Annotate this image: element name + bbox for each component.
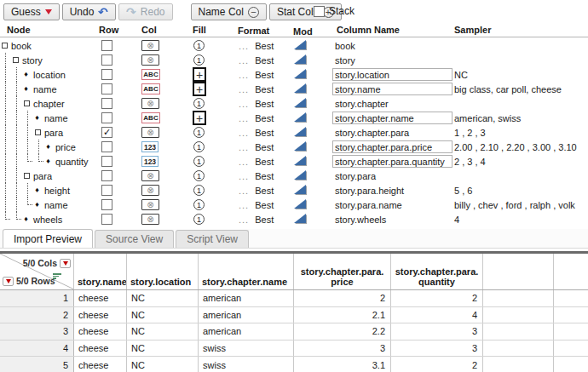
format-options-button[interactable]: ... — [239, 142, 249, 152]
fill-icon[interactable] — [193, 40, 205, 51]
modeling-type-icon[interactable] — [294, 54, 306, 64]
column-name-input[interactable] — [332, 68, 453, 81]
row-number[interactable]: 3 — [0, 323, 74, 340]
format-options-button[interactable]: ... — [239, 84, 249, 94]
modeling-type-icon[interactable] — [294, 170, 306, 180]
columns-menu-button[interactable] — [60, 259, 71, 268]
row-checkbox[interactable] — [101, 170, 112, 181]
col-type-icon[interactable] — [141, 83, 160, 94]
format-options-button[interactable]: ... — [239, 215, 249, 225]
fill-icon[interactable] — [193, 111, 206, 125]
modeling-type-icon[interactable] — [294, 98, 306, 107]
row-number[interactable]: 1 — [0, 290, 74, 306]
modeling-type-icon[interactable] — [294, 83, 306, 93]
modeling-type-icon[interactable] — [294, 185, 306, 194]
format-options-button[interactable]: ... — [239, 70, 249, 80]
col-type-icon[interactable] — [141, 185, 159, 196]
col-header-story-name[interactable]: story.name — [74, 254, 127, 289]
format-options-button[interactable]: ... — [239, 55, 249, 66]
row-checkbox[interactable] — [101, 83, 112, 94]
col-type-icon[interactable] — [141, 40, 159, 51]
row-checkbox[interactable] — [101, 141, 112, 152]
tree-node-cell[interactable]: story — [0, 53, 96, 67]
col-type-icon[interactable] — [141, 98, 159, 109]
row-checkbox[interactable] — [101, 156, 112, 167]
col-type-icon[interactable] — [141, 156, 159, 167]
fill-icon[interactable] — [193, 54, 205, 66]
modeling-type-icon[interactable] — [294, 141, 306, 151]
row-number[interactable]: 2 — [0, 307, 74, 323]
name-col-button[interactable]: Name Col − — [191, 3, 267, 20]
modeling-type-icon[interactable] — [294, 127, 306, 136]
format-options-button[interactable]: ... — [239, 171, 249, 181]
tree-node-cell[interactable]: chapter — [0, 96, 96, 111]
fill-icon[interactable] — [193, 156, 205, 167]
row-checkbox[interactable] — [101, 40, 112, 51]
tree-node-cell[interactable]: book — [0, 38, 96, 53]
col-type-icon[interactable] — [141, 170, 159, 181]
fill-icon[interactable] — [193, 185, 205, 196]
format-options-button[interactable]: ... — [239, 186, 249, 196]
col-type-icon[interactable] — [141, 141, 159, 152]
tree-node-cell[interactable]: name — [0, 111, 96, 125]
tree-node-cell[interactable]: price — [0, 140, 96, 154]
col-header-story-location[interactable]: story.location — [127, 254, 199, 289]
fill-icon[interactable] — [193, 170, 205, 181]
format-options-button[interactable]: ... — [239, 113, 249, 123]
fill-icon[interactable] — [193, 82, 206, 96]
tree-node-cell[interactable]: para — [0, 169, 96, 183]
format-options-button[interactable]: ... — [239, 128, 249, 138]
tree-node-cell[interactable]: wheels — [0, 212, 96, 226]
row-checkbox[interactable] — [101, 54, 112, 66]
format-options-button[interactable]: ... — [239, 41, 249, 51]
tree-node-cell[interactable]: height — [0, 183, 96, 197]
fill-icon[interactable] — [193, 67, 206, 82]
modeling-type-icon[interactable] — [294, 40, 306, 49]
col-header-price[interactable]: story.chapter.para. price — [294, 254, 391, 289]
modeling-type-icon[interactable] — [294, 199, 306, 209]
row-number[interactable]: 5 — [0, 357, 74, 372]
fill-icon[interactable] — [193, 214, 205, 225]
tree-node-cell[interactable]: para — [0, 125, 96, 140]
undo-button[interactable]: Undo ↷ — [62, 3, 116, 20]
tab-import-preview[interactable]: Import Preview — [3, 229, 93, 248]
col-type-icon[interactable] — [141, 199, 159, 210]
row-checkbox[interactable] — [101, 185, 112, 196]
modeling-type-icon[interactable] — [294, 112, 306, 122]
format-options-button[interactable]: ... — [239, 200, 249, 210]
tree-node-cell[interactable]: name — [0, 197, 96, 212]
row-checkbox[interactable] — [101, 69, 112, 80]
col-header-story-chapter-name[interactable]: story.chapter.name — [199, 254, 294, 289]
tree-node-cell[interactable]: name — [0, 82, 96, 96]
fill-icon[interactable] — [193, 199, 205, 210]
row-checkbox[interactable] — [101, 127, 112, 138]
col-type-icon[interactable] — [141, 54, 159, 66]
col-header-quantity[interactable]: story.chapter.para. quantity — [391, 254, 483, 289]
column-name-input[interactable] — [332, 112, 453, 124]
rows-menu-button[interactable] — [3, 277, 14, 286]
tree-node-cell[interactable]: quantity — [0, 154, 96, 169]
column-name-input[interactable] — [332, 155, 453, 168]
column-name-input[interactable] — [332, 140, 453, 153]
guess-button[interactable]: Guess — [3, 3, 60, 20]
fill-icon[interactable] — [193, 127, 205, 138]
redo-button[interactable]: ↷ Redo — [118, 3, 172, 20]
format-options-button[interactable]: ... — [239, 157, 249, 167]
row-checkbox[interactable] — [101, 214, 112, 225]
modeling-type-icon[interactable] — [294, 69, 306, 78]
row-checkbox[interactable] — [101, 199, 112, 210]
row-number[interactable]: 4 — [0, 341, 74, 357]
modeling-type-icon[interactable] — [294, 156, 306, 165]
row-checkbox[interactable] — [101, 112, 112, 123]
stack-checkbox[interactable] — [314, 6, 325, 17]
tree-node-cell[interactable]: location — [0, 67, 96, 82]
col-type-icon[interactable] — [141, 69, 160, 80]
col-type-icon[interactable] — [141, 214, 159, 225]
col-type-icon[interactable] — [141, 112, 160, 123]
modeling-type-icon[interactable] — [294, 214, 306, 223]
col-type-icon[interactable] — [141, 127, 159, 138]
row-checkbox[interactable] — [101, 98, 112, 109]
tab-script-view[interactable]: Script View — [176, 230, 249, 248]
format-options-button[interactable]: ... — [239, 99, 249, 109]
fill-icon[interactable] — [193, 141, 205, 152]
